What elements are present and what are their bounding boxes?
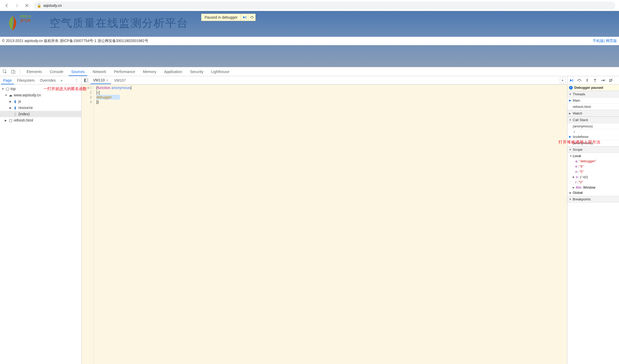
svg-point-9 xyxy=(587,81,588,82)
step-into-button[interactable] xyxy=(585,78,590,83)
address-bar[interactable]: 🔒 aqistudy.cn xyxy=(34,2,615,9)
devtools-panel: Elements Console Sources Network Perform… xyxy=(0,67,619,364)
section-watch[interactable]: ▶Watch xyxy=(567,110,619,117)
overlay-resume-button[interactable] xyxy=(241,14,248,21)
callstack-frame-0[interactable]: (anonymous) xyxy=(567,123,619,129)
tab-console[interactable]: Console xyxy=(47,67,66,76)
tree-site[interactable]: ▼☁www.aqistudy.cn xyxy=(0,92,81,98)
scope-var-n[interactable]: n: "5" xyxy=(570,169,619,174)
deactivate-breakpoints-button[interactable] xyxy=(608,78,613,83)
frame-icon: ▢ xyxy=(8,118,13,122)
section-breakpoints[interactable]: ▼Breakpoints xyxy=(567,196,619,202)
svg-point-10 xyxy=(595,81,596,82)
navigator-menu[interactable]: ⋮ xyxy=(72,78,80,82)
step-over-button[interactable] xyxy=(577,78,582,83)
device-toggle-button[interactable] xyxy=(11,69,16,75)
thread-refresh[interactable]: refresh.html xyxy=(567,104,619,110)
editor-tab-vm110[interactable]: VM110× xyxy=(90,76,111,84)
devtools-tabbar: Elements Console Sources Network Perform… xyxy=(0,67,619,76)
section-callstack[interactable]: ▼Call Stack xyxy=(567,117,619,123)
svg-rect-11 xyxy=(605,79,605,81)
current-thread-icon: ▶ xyxy=(569,99,572,102)
scope-var-o[interactable]: ▶o: ƒ o(r) xyxy=(570,174,619,180)
subtab-filesystem[interactable]: Filesystem xyxy=(15,76,37,84)
tree-folder-resource[interactable]: ▶▮resource xyxy=(0,105,81,111)
leaf-logo-icon xyxy=(5,14,21,32)
overlay-step-button[interactable] xyxy=(248,14,255,21)
section-scope[interactable]: ▼Scope xyxy=(567,146,619,153)
scope-local: ▼Local a: "debugger" e: "8" n: "5" ▶o: ƒ… xyxy=(567,153,619,196)
paused-in-debugger-overlay: Paused in debugger xyxy=(201,14,256,21)
site-logo: PM2.5 真气网 xyxy=(5,14,21,32)
svg-rect-4 xyxy=(13,71,15,73)
copyright-text: © 2013-2021 aqistudy.cn 版权所有 浙ICP备150077… xyxy=(2,39,148,43)
scope-var-r[interactable]: r: "V" xyxy=(570,180,619,185)
subtab-page[interactable]: Page xyxy=(1,76,14,84)
tab-application[interactable]: Application xyxy=(161,67,185,76)
scope-var-e[interactable]: e: "8" xyxy=(570,164,619,169)
site-title: 空气质量在线监测分析平台 xyxy=(49,16,188,30)
scope-var-a[interactable]: a: "debugger" xyxy=(570,159,619,164)
tab-security[interactable]: Security xyxy=(187,67,206,76)
step-out-button[interactable] xyxy=(593,78,597,83)
svg-point-1 xyxy=(251,18,252,19)
tab-memory[interactable]: Memory xyxy=(140,67,159,76)
step-button[interactable] xyxy=(601,78,605,83)
editor-more-button[interactable] xyxy=(560,77,566,83)
svg-rect-0 xyxy=(246,16,246,19)
nav-stop-button[interactable] xyxy=(24,2,30,9)
sidebar-toggle-icon xyxy=(84,79,88,82)
tab-performance[interactable]: Performance xyxy=(111,67,138,76)
play-right-icon xyxy=(561,79,564,82)
debugger-status: i Debugger paused xyxy=(567,85,619,91)
step-over-icon xyxy=(250,16,254,19)
copyright-bar: © 2013-2021 aqistudy.cn 版权所有 浙ICP备150077… xyxy=(0,37,619,45)
tab-network[interactable]: Network xyxy=(90,67,109,76)
navigator-tabs: Page Filesystem Overrides » ⋮ xyxy=(0,76,81,85)
source-editor-panel: VM110× VM107 ⊘ 1234 (function anonymous(… xyxy=(82,76,567,364)
resume-icon xyxy=(243,15,246,19)
close-icon xyxy=(24,3,29,8)
scope-global-header[interactable]: ▶Global xyxy=(570,190,619,195)
toggle-navigator-button[interactable] xyxy=(83,77,89,83)
callstack-frame-1[interactable]: ▶txsdefwsw xyxy=(567,134,619,140)
url-text: aqistudy.cn xyxy=(43,3,62,8)
tree-frame-refresh[interactable]: ▶▢refresh.html xyxy=(0,117,81,123)
code-content: (function anonymous() {debugger}) xyxy=(94,85,132,364)
svg-rect-6 xyxy=(84,79,85,82)
link-mobile[interactable]: 手机版 xyxy=(593,39,604,43)
inspect-element-button[interactable] xyxy=(2,69,8,75)
inspect-icon xyxy=(3,70,7,74)
tree-file-index[interactable]: ▯(index) xyxy=(0,111,81,117)
editor-tab-vm107[interactable]: VM107 xyxy=(111,77,128,84)
scope-var-this[interactable]: ▶this: Window xyxy=(570,185,619,190)
callstack-letter: c xyxy=(574,130,575,133)
browser-toolbar: 🔒 aqistudy.cn xyxy=(0,0,619,11)
tab-elements[interactable]: Elements xyxy=(24,67,44,76)
scope-local-header[interactable]: ▼Local xyxy=(570,153,619,159)
sources-navigator: Page Filesystem Overrides » ⋮ ▼▢top ▼☁ww… xyxy=(0,76,82,364)
logo-pm-text: PM2.5 xyxy=(20,14,31,18)
page-viewport: PM2.5 真气网 空气质量在线监测分析平台 Paused in debugge… xyxy=(0,11,619,67)
arrow-left-icon xyxy=(4,3,9,8)
close-tab-icon[interactable]: × xyxy=(106,78,108,82)
link-web[interactable]: 网页版 xyxy=(606,39,617,43)
resume-button[interactable] xyxy=(569,78,574,83)
paused-label: Paused in debugger xyxy=(201,15,241,19)
tree-folder-js[interactable]: ▶▮js xyxy=(0,98,81,105)
breakpoint-toggle-icon xyxy=(609,79,613,82)
section-threads[interactable]: ▼Threads xyxy=(567,91,619,97)
tab-lighthouse[interactable]: Lighthouse xyxy=(209,67,232,76)
nav-forward-button[interactable] xyxy=(14,2,20,9)
subtab-overrides[interactable]: Overrides xyxy=(38,76,58,84)
step-into-icon xyxy=(586,79,589,82)
code-editor[interactable]: ⊘ 1234 (function anonymous() {debugger}) xyxy=(82,85,567,364)
debugger-sidebar: i Debugger paused ▼Threads ▶Main refresh… xyxy=(567,76,619,364)
thread-main[interactable]: ▶Main xyxy=(567,97,619,104)
info-icon: i xyxy=(569,86,573,90)
folder-icon: ▮ xyxy=(13,106,17,110)
tab-sources[interactable]: Sources xyxy=(69,67,87,76)
nav-back-button[interactable] xyxy=(4,2,10,9)
subtab-more[interactable]: » xyxy=(59,78,64,82)
step-over-icon xyxy=(577,79,581,82)
